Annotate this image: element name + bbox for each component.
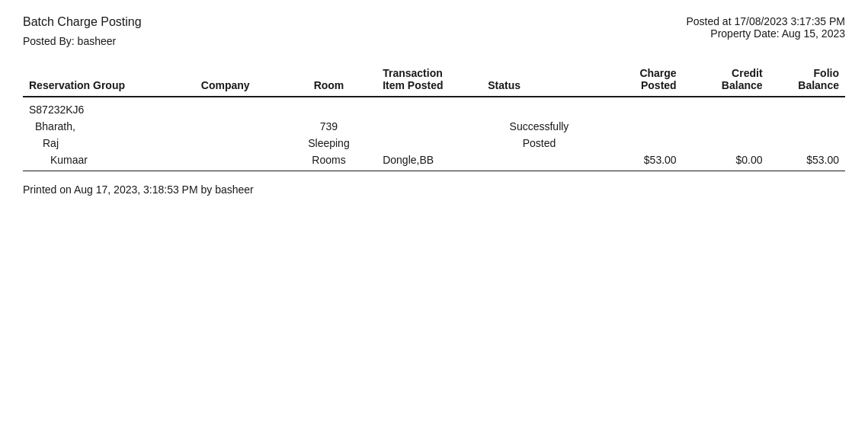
printed-text: Printed on Aug 17, 2023, 3:18:53 PM by b…: [23, 183, 254, 196]
col-header-charge-posted: Charge Posted: [597, 62, 683, 97]
charge-posting-table: Reservation Group Company Room Transacti…: [23, 62, 845, 171]
table-body: S87232KJ6 Bharath, 739 Successfully Raj …: [23, 97, 845, 171]
col-header-transaction-item: Transaction Item Posted: [376, 62, 482, 97]
transaction-item: [376, 135, 482, 151]
room-line1: 739: [281, 118, 376, 135]
reservation-group-id: S87232KJ6: [23, 97, 845, 118]
folio-cell: [769, 118, 845, 135]
company-cell2: [195, 135, 281, 151]
guest-line3: Kumaar: [23, 151, 195, 171]
charge-posted-value: $53.00: [597, 151, 683, 171]
table-section: Reservation Group Company Room Transacti…: [23, 62, 845, 171]
room-line2: Sleeping: [281, 135, 376, 151]
col-header-reservation-group: Reservation Group: [23, 62, 195, 97]
credit-cell2: [683, 135, 769, 151]
credit-cell: [683, 118, 769, 135]
col-header-transaction-line1: Transaction: [383, 67, 443, 79]
charge-cell: [597, 118, 683, 135]
guest-line2: Raj: [23, 135, 195, 151]
credit-balance-value: $0.00: [683, 151, 769, 171]
col-header-charge-line2: Posted: [641, 79, 677, 91]
col-header-folio-line1: Folio: [814, 67, 839, 79]
col-header-credit-balance: Credit Balance: [683, 62, 769, 97]
folio-cell2: [769, 135, 845, 151]
col-header-credit-line2: Balance: [722, 79, 763, 91]
col-header-room: Room: [281, 62, 376, 97]
posted-by: Posted By: basheer: [23, 35, 142, 47]
room-line3: Rooms: [281, 151, 376, 171]
header-left: Batch Charge Posting Posted By: basheer: [23, 15, 142, 47]
charge-cell2: [597, 135, 683, 151]
table-header-row: Reservation Group Company Room Transacti…: [23, 62, 845, 97]
status-line1: Successfully: [482, 118, 597, 135]
col-header-folio-balance: Folio Balance: [769, 62, 845, 97]
page-header: Batch Charge Posting Posted By: basheer …: [23, 15, 845, 47]
col-header-folio-line2: Balance: [798, 79, 839, 91]
col-header-status: Status: [482, 62, 597, 97]
header-right: Posted at 17/08/2023 3:17:35 PM Property…: [686, 15, 845, 40]
table-row: Raj Sleeping Posted: [23, 135, 845, 151]
table-row: Bharath, 739 Successfully: [23, 118, 845, 135]
posted-at: Posted at 17/08/2023 3:17:35 PM: [686, 15, 845, 27]
col-header-charge-line1: Charge: [639, 67, 676, 79]
guest-line1: Bharath,: [23, 118, 195, 135]
col-header-credit-line1: Credit: [732, 67, 762, 79]
transaction-item-value: Dongle,BB: [376, 151, 482, 171]
footer-section: Printed on Aug 17, 2023, 3:18:53 PM by b…: [23, 183, 845, 196]
table-row-group: S87232KJ6: [23, 97, 845, 118]
table-row: Kumaar Rooms Dongle,BB $53.00 $0.00 $53.…: [23, 151, 845, 171]
company-cell3: [195, 151, 281, 171]
status-cell3: [482, 151, 597, 171]
page-title: Batch Charge Posting: [23, 15, 142, 29]
status-line2: Posted: [482, 135, 597, 151]
property-date: Property Date: Aug 15, 2023: [686, 27, 845, 40]
col-header-company: Company: [195, 62, 281, 97]
col-header-transaction-line2: Item Posted: [383, 79, 443, 91]
company-cell: [195, 118, 281, 135]
folio-balance-value: $53.00: [769, 151, 845, 171]
transaction-cell: [376, 118, 482, 135]
